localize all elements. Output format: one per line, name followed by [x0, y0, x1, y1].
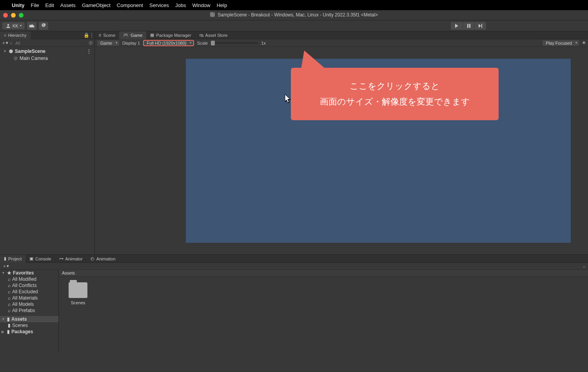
menu-jobs[interactable]: Jobs: [175, 2, 186, 8]
svg-rect-1: [467, 24, 468, 28]
hierarchy-tabbar: ≡ Hierarchy 🔒 ⋮: [0, 31, 94, 39]
lock-icon[interactable]: 🔒: [83, 33, 89, 38]
svg-rect-3: [481, 24, 482, 28]
game-icon: 🎮: [123, 33, 129, 38]
project-toolbar: ＋▾ ⌕: [0, 263, 588, 270]
search-icon: ⌕: [8, 289, 11, 294]
tab-package-manager[interactable]: ▦ Package Manager: [146, 31, 195, 39]
tab-console-label: Console: [35, 256, 51, 261]
menu-app[interactable]: Unity: [12, 2, 25, 8]
hierarchy-panel: ≡ Hierarchy 🔒 ⋮ ＋▾ All ⦿ ▼ SampleScene ⋮: [0, 31, 95, 255]
mac-menubar: Unity File Edit Assets GameObject Compon…: [0, 0, 588, 10]
menu-assets[interactable]: Assets: [60, 2, 76, 8]
fav-label: All Conflicts: [12, 283, 37, 288]
tab-game[interactable]: 🎮 Game: [119, 31, 146, 39]
display-label[interactable]: Display 1: [122, 41, 140, 45]
menu-component[interactable]: Component: [117, 2, 143, 8]
play-focused-dropdown[interactable]: Play Focused: [543, 40, 579, 46]
tab-hierarchy[interactable]: ≡ Hierarchy: [0, 31, 31, 39]
fav-all-models[interactable]: ⌕All Models: [0, 301, 58, 307]
project-panel: ▮ Project ▣ Console ⊶ Animator ◴ Animati…: [0, 255, 588, 352]
scene-menu-icon[interactable]: ⋮: [87, 49, 91, 54]
expand-toggle-icon[interactable]: ▼: [2, 271, 5, 275]
folder-icon: ▮: [8, 323, 11, 328]
game-view-panel: # Scene 🎮 Game ▦ Package Manager 🛍 Asset…: [95, 31, 588, 255]
menu-window[interactable]: Window: [192, 2, 210, 8]
tab-scene-label: Scene: [103, 33, 115, 38]
assets-label: Assets: [11, 316, 27, 322]
panel-menu-icon[interactable]: ⋮: [89, 33, 94, 38]
favorites-label: Favorites: [13, 270, 34, 276]
expand-toggle-icon[interactable]: ▼: [2, 317, 5, 321]
menu-file[interactable]: File: [31, 2, 39, 8]
tab-asset-store[interactable]: 🛍 Asset Store: [195, 31, 232, 39]
fav-all-excluded[interactable]: ⌕All Excluded: [0, 289, 58, 295]
expand-toggle-icon[interactable]: ▶: [2, 330, 5, 334]
unity-icon: [9, 49, 13, 54]
packages-header[interactable]: ▶ ▮ Packages: [0, 329, 58, 335]
tab-asset-store-label: Asset Store: [205, 33, 228, 38]
slider-thumb[interactable]: [211, 41, 215, 45]
settings-button[interactable]: [39, 22, 48, 30]
hierarchy-scene-row[interactable]: ▼ SampleScene ⋮: [0, 48, 94, 55]
tab-animator[interactable]: ⊶ Animator: [55, 255, 87, 263]
folder-label: Scenes: [12, 323, 28, 328]
animator-icon: ⊶: [59, 256, 64, 261]
account-dropdown[interactable]: KK ▾: [2, 22, 25, 29]
menu-gameobject[interactable]: GameObject: [82, 2, 111, 8]
hierarchy-item-maincamera[interactable]: Main Camera: [0, 55, 94, 62]
expand-toggle-icon[interactable]: ▼: [3, 49, 7, 53]
play-icon: [455, 24, 459, 28]
fav-all-modified[interactable]: ⌕All Modified: [0, 276, 58, 282]
annotation-callout: ここをクリックすると 画面のサイズ・解像度を変更できます: [291, 68, 499, 120]
package-icon: ▦: [150, 33, 154, 38]
folder-name: Scenes: [71, 300, 85, 305]
fav-label: All Models: [12, 302, 34, 307]
play-focused-label: Play Focused: [546, 41, 572, 45]
fav-all-conflicts[interactable]: ⌕All Conflicts: [0, 282, 58, 289]
tab-console[interactable]: ▣ Console: [25, 255, 55, 263]
packages-label: Packages: [11, 329, 33, 334]
search-icon: ⌕: [8, 276, 11, 282]
window-title-text: SampleScene - Breakout - Windows, Mac, L…: [218, 12, 378, 18]
menu-edit[interactable]: Edit: [45, 2, 54, 8]
tab-scene[interactable]: # Scene: [95, 31, 119, 39]
assets-scenes[interactable]: ▮Scenes: [0, 322, 58, 329]
hierarchy-icon: ≡: [4, 33, 6, 38]
console-icon: ▣: [29, 256, 33, 261]
project-search-icon[interactable]: ⌕: [583, 264, 586, 269]
game-mode-dropdown[interactable]: Game: [97, 40, 119, 46]
search-filter-icon[interactable]: ⦿: [89, 41, 93, 45]
gizmos-icon[interactable]: ✳: [582, 40, 586, 45]
create-dropdown[interactable]: ＋▾: [2, 40, 8, 46]
tab-project[interactable]: ▮ Project: [0, 255, 25, 263]
resolution-dropdown[interactable]: Full HD (1920x1080): [143, 40, 194, 46]
favorites-header[interactable]: ▼ ★ Favorites: [0, 270, 58, 276]
fav-label: All Prefabs: [12, 308, 35, 313]
game-toolbar: Game Display 1 Full HD (1920x1080) Scale…: [95, 39, 588, 47]
window-title: SampleScene - Breakout - Windows, Mac, L…: [0, 12, 588, 18]
menu-services[interactable]: Services: [149, 2, 169, 8]
folder-scenes[interactable]: Scenes: [64, 282, 92, 305]
cloud-button[interactable]: [27, 22, 36, 30]
step-icon: [479, 24, 483, 28]
editor-toolbar: KK ▾: [0, 20, 588, 31]
hierarchy-item-label: Main Camera: [20, 56, 48, 61]
project-create-dropdown[interactable]: ＋▾: [2, 263, 9, 269]
window-titlebar: SampleScene - Breakout - Windows, Mac, L…: [0, 10, 588, 20]
step-button[interactable]: [474, 22, 486, 30]
assets-header[interactable]: ▼ ▮ Assets: [0, 316, 58, 322]
tab-hierarchy-label: Hierarchy: [8, 33, 26, 38]
pause-button[interactable]: [463, 22, 474, 30]
menu-help[interactable]: Help: [217, 2, 227, 8]
hierarchy-search[interactable]: All: [10, 41, 87, 45]
fav-all-materials[interactable]: ⌕All Materials: [0, 295, 58, 301]
tab-animation[interactable]: ◴ Animation: [87, 255, 120, 263]
folder-icon: ▮: [7, 316, 10, 322]
search-icon: ⌕: [8, 283, 11, 288]
scale-slider[interactable]: [211, 42, 258, 44]
fav-all-prefabs[interactable]: ⌕All Prefabs: [0, 307, 58, 314]
play-button[interactable]: [451, 22, 463, 30]
callout-line1: ここをクリックすると: [350, 78, 440, 94]
project-breadcrumb[interactable]: Assets: [59, 270, 588, 277]
